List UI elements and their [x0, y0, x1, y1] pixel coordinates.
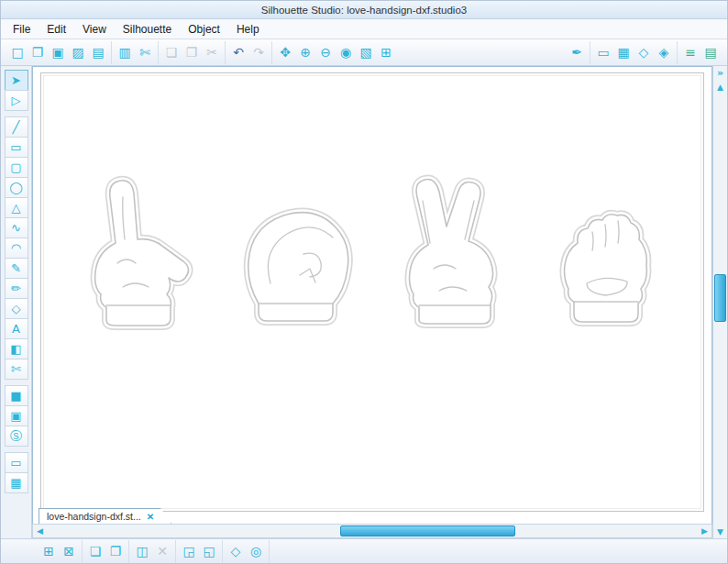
rectangle-tool-button[interactable]: ▭: [5, 137, 28, 158]
toolbar-group: ⊞⊠: [36, 540, 83, 563]
regular-polygon-tool-button[interactable]: ◇: [5, 298, 28, 319]
text-tool-button[interactable]: A: [5, 318, 28, 339]
transform-panel-button[interactable]: ⊞: [39, 541, 59, 561]
horizontal-scroll-thumb[interactable]: [340, 525, 516, 536]
pan-tool-icon: ✥: [280, 46, 291, 59]
menu-help[interactable]: Help: [228, 21, 268, 38]
menu-silhouette[interactable]: Silhouette: [115, 21, 180, 38]
shadow-3d-panel-button[interactable]: ▣: [5, 405, 28, 426]
arc-tool-icon: ◠: [11, 242, 21, 254]
save-as-button[interactable]: ▨: [68, 42, 88, 62]
shape-asl-v[interactable]: [382, 166, 520, 336]
toolbar-group: ▭▦◇◈: [590, 41, 678, 64]
send-to-cutter-button[interactable]: ✄: [135, 42, 155, 62]
scroll-right-icon[interactable]: ▶: [698, 525, 711, 537]
horizontal-scroll-track[interactable]: [47, 525, 698, 537]
zoom-out-button[interactable]: ⊖: [315, 42, 336, 62]
bring-to-front-button[interactable]: ◲: [179, 541, 199, 561]
grid-settings-button[interactable]: ▦: [613, 42, 634, 62]
scroll-up-icon[interactable]: ▲: [713, 80, 727, 94]
library-page-button[interactable]: ▤: [88, 42, 108, 62]
top-toolbar-left: □❐▣▨▤▥✄❏❐✂↶↷✥⊕⊖◉▧⊞: [5, 39, 399, 65]
ellipse-tool-button[interactable]: ◯: [5, 177, 28, 198]
rounded-rectangle-tool-button[interactable]: ▢: [5, 157, 28, 178]
move-panel-button[interactable]: ⊠: [59, 541, 79, 561]
line-tool-button[interactable]: ╱: [5, 116, 28, 138]
smooth-freehand-tool-button[interactable]: ✏: [5, 278, 28, 299]
new-document-button[interactable]: □: [7, 42, 28, 62]
silhouette-store-button[interactable]: Ⓢ: [5, 426, 28, 447]
fill-panel-button[interactable]: ■: [5, 385, 28, 406]
make-compound-path-button[interactable]: ◫: [132, 541, 152, 561]
polygon-tool-button[interactable]: △: [5, 197, 28, 218]
freehand-tool-button[interactable]: ✎: [5, 258, 28, 279]
paste-button[interactable]: ❐: [182, 42, 202, 62]
document-tab[interactable]: love-handsign-dxf.st... ✕: [39, 508, 171, 524]
pan-tool-button[interactable]: ✥: [275, 42, 295, 62]
media-settings-button[interactable]: ▭: [593, 42, 613, 62]
tab-close-icon[interactable]: ✕: [147, 512, 154, 522]
arc-tool-button[interactable]: ◠: [5, 238, 28, 259]
menu-edit[interactable]: Edit: [39, 21, 74, 38]
print-button[interactable]: ▥: [115, 42, 135, 62]
cut-button[interactable]: ✂: [202, 42, 222, 62]
title-bar: Silhouette Studio: love-handsign-dxf.stu…: [1, 1, 727, 19]
collapse-panel-icon[interactable]: »: [713, 66, 727, 80]
ungroup-button[interactable]: ❐: [105, 541, 126, 561]
scroll-down-icon[interactable]: ▼: [713, 525, 727, 538]
open-file-button[interactable]: ❐: [28, 42, 48, 62]
vertical-scroll-thumb[interactable]: [714, 274, 726, 322]
rounded-rectangle-tool-icon: ▢: [10, 161, 21, 173]
drag-zoom-button[interactable]: ▧: [356, 42, 376, 62]
knife-tool-button[interactable]: ✄: [5, 359, 28, 380]
curve-shape-tool-button[interactable]: ∿: [5, 217, 28, 238]
page-panel-button[interactable]: ▭: [5, 452, 28, 473]
open-file-icon: ❐: [32, 46, 44, 59]
save-button[interactable]: ▣: [48, 42, 68, 62]
send-to-cutter-icon: ✄: [139, 46, 150, 59]
shape-asl-e[interactable]: [539, 166, 677, 336]
send-to-back-button[interactable]: ◱: [199, 541, 219, 561]
design-view-button[interactable]: ▦: [5, 472, 28, 493]
fit-to-page-button[interactable]: ⊞: [376, 42, 396, 62]
ellipse-tool-icon: ◯: [9, 182, 23, 194]
group-button[interactable]: ❏: [85, 541, 105, 561]
menu-file[interactable]: File: [5, 21, 39, 38]
shape-asl-l[interactable]: [68, 166, 205, 336]
drawing-canvas[interactable]: love-handsign-dxf.st... ✕: [32, 66, 712, 524]
fill-style-button[interactable]: ▤: [700, 42, 721, 62]
select-tool-button[interactable]: ➤: [5, 70, 28, 91]
shape-asl-o[interactable]: [225, 166, 362, 336]
zoom-selection-button[interactable]: ◉: [336, 42, 356, 62]
toolbar-group: ◫✕: [129, 540, 176, 563]
delete-button[interactable]: ✕: [152, 541, 172, 561]
line-style-button[interactable]: ≡: [680, 42, 700, 62]
redo-button[interactable]: ↷: [248, 42, 269, 62]
undo-button[interactable]: ↶: [228, 42, 248, 62]
toolbar-group: ✥⊕⊖◉▧⊞: [272, 41, 399, 64]
zoom-in-button[interactable]: ⊕: [295, 42, 315, 62]
polygon-tool-icon: △: [12, 202, 21, 214]
internal-offset-button[interactable]: ◎: [246, 541, 266, 561]
design-page-settings-button[interactable]: ✒: [567, 42, 587, 62]
vertical-scroll-track[interactable]: [713, 94, 727, 525]
registration-marks-button[interactable]: ◇: [634, 42, 654, 62]
rectangle-tool-icon: ▭: [10, 141, 21, 153]
fit-to-page-icon: ⊞: [381, 46, 392, 59]
design-page-settings-icon: ✒: [571, 46, 582, 59]
offset-button[interactable]: ◇: [226, 541, 246, 561]
copy-button[interactable]: ❏: [161, 42, 182, 62]
offset-icon: ◇: [231, 545, 241, 558]
toolbar-group: ✒: [564, 41, 590, 64]
pixscan-button[interactable]: ◈: [654, 42, 674, 62]
eraser-tool-button[interactable]: ◧: [5, 338, 28, 359]
menu-bar: File Edit View Silhouette Object Help: [1, 19, 727, 39]
bring-to-front-icon: ◲: [182, 545, 194, 558]
point-editing-tool-button[interactable]: ▷: [5, 90, 28, 111]
horizontal-scrollbar[interactable]: ◀ ▶: [32, 524, 712, 538]
menu-object[interactable]: Object: [180, 21, 228, 38]
menu-view[interactable]: View: [74, 21, 115, 38]
vertical-scrollbar[interactable]: » ▲ ▼: [712, 66, 727, 538]
scroll-left-icon[interactable]: ◀: [33, 525, 47, 537]
toolbar-group: ■▣Ⓢ: [5, 386, 28, 447]
